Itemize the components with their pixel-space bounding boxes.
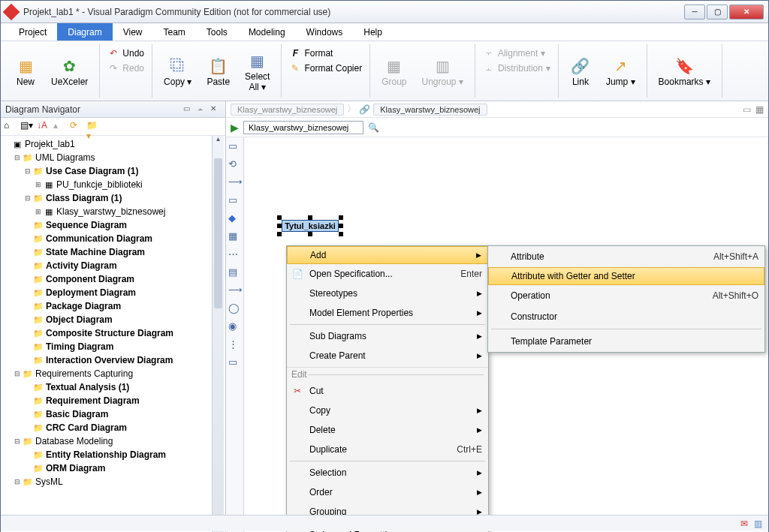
tree-db[interactable]: ⊟📁Database Modeling	[2, 434, 224, 448]
tree-statemachine[interactable]: 📁State Machine Diagram	[2, 245, 224, 259]
link-button[interactable]: 🔗Link	[565, 53, 596, 89]
menu-help[interactable]: Help	[353, 23, 393, 41]
nav-home-icon[interactable]: ⌂	[4, 120, 17, 134]
redo-button[interactable]: ↷Redo	[106, 61, 146, 76]
tool-11-icon[interactable]: ◉	[228, 320, 242, 334]
tool-4-icon[interactable]: ▭	[228, 194, 242, 208]
search-icon[interactable]: 🔍	[368, 122, 379, 133]
jump-button[interactable]: ↗Jump ▾	[601, 53, 641, 89]
menu-team[interactable]: Team	[153, 23, 196, 41]
tool-6-icon[interactable]: ▦	[228, 230, 242, 244]
format-button[interactable]: FFormat	[288, 46, 363, 61]
tree-sysml[interactable]: ⊟📁SysML	[2, 475, 224, 488]
distribution-button[interactable]: ⫠Distribution ▾	[481, 61, 552, 76]
layout-icon-2[interactable]: ▦	[755, 104, 764, 115]
tool-7-icon[interactable]: ⋯	[228, 248, 242, 262]
nav-refresh-icon[interactable]: ⟳	[70, 120, 83, 134]
menu-view[interactable]: View	[113, 23, 153, 41]
tree-req[interactable]: ⊟📁Requirements Capturing	[2, 367, 224, 380]
scroll-up-icon[interactable]: ▲	[213, 136, 224, 148]
uexceler-button[interactable]: ✿UeXceler	[46, 53, 93, 89]
uml-class-shape[interactable]: Tytul_ksiazki	[282, 220, 339, 232]
tree-composite[interactable]: 📁Composite Structure Diagram	[2, 326, 224, 340]
tree-pu[interactable]: ⊞▦PU_funkcje_biblioteki	[2, 178, 224, 191]
new-button[interactable]: ▦New	[10, 53, 41, 89]
copy-button[interactable]: ⿻Copy ▾	[158, 53, 197, 89]
tree-deployment[interactable]: 📁Deployment Diagram	[2, 286, 224, 299]
menu-tools[interactable]: Tools	[196, 23, 238, 41]
ctx-duplicate[interactable]: DuplicateCtrl+E	[287, 440, 488, 459]
tree-root[interactable]: ▣Projekt_lab1	[2, 137, 224, 151]
sub-constructor[interactable]: Constructor	[488, 306, 764, 327]
paste-button[interactable]: 📋Paste	[201, 53, 235, 89]
ctx-create-parent[interactable]: Create Parent▶	[287, 346, 488, 365]
tree-uml[interactable]: ⊟📁UML Diagrams	[2, 151, 224, 164]
tool-3-icon[interactable]: ⟶	[228, 176, 242, 190]
ctx-delete[interactable]: Delete▶	[287, 420, 488, 440]
sub-operation[interactable]: OperationAlt+Shift+O	[488, 285, 764, 306]
tree-textual[interactable]: 📁Textual Analysis (1)	[2, 380, 224, 394]
ctx-order[interactable]: Order▶	[287, 482, 488, 502]
nav-pin-icon[interactable]: ⫠	[197, 104, 207, 115]
tree-object[interactable]: 📁Object Diagram	[2, 313, 224, 326]
menu-windows[interactable]: Windows	[296, 23, 354, 41]
tool-9-icon[interactable]: ⟶	[228, 284, 242, 298]
tree-crc[interactable]: 📁CRC Card Diagram	[2, 421, 224, 434]
cursor-tool-icon[interactable]: ▭	[228, 140, 242, 154]
breadcrumb-item-current[interactable]: Klasy_warstwy_biznesowej	[373, 104, 487, 116]
tool-12-icon[interactable]: ⋮	[228, 338, 242, 352]
nav-new-icon[interactable]: ▤▾	[20, 120, 34, 134]
nav-sort-icon[interactable]: ↓A	[37, 120, 50, 134]
alignment-button[interactable]: ⫟Alignment ▾	[481, 46, 552, 61]
tree-activity[interactable]: 📁Activity Diagram	[2, 259, 224, 272]
ctx-sub-diagrams[interactable]: Sub Diagrams▶	[287, 326, 488, 346]
tree-basic[interactable]: 📁Basic Diagram	[2, 407, 224, 421]
menu-diagram[interactable]: Diagram	[57, 23, 112, 41]
status-note-icon[interactable]: ▥	[754, 518, 762, 529]
nav-up-icon[interactable]: ▴	[53, 120, 67, 134]
tree-sequence[interactable]: 📁Sequence Diagram	[2, 218, 224, 232]
sub-template[interactable]: Template Parameter	[488, 331, 764, 352]
tool-10-icon[interactable]: ◯	[228, 302, 242, 316]
tree-klasy[interactable]: ⊞▦Klasy_warstwy_biznesowej	[2, 205, 224, 218]
format-copier-button[interactable]: ✎Format Copier	[288, 61, 363, 76]
breadcrumb-item[interactable]: Klasy_warstwy_biznesowej	[231, 104, 344, 116]
minimize-button[interactable]: ─	[684, 5, 705, 20]
tool-5-icon[interactable]: ◆	[228, 212, 242, 226]
tree-component[interactable]: 📁Component Diagram	[2, 272, 224, 286]
menu-modeling[interactable]: Modeling	[238, 23, 296, 41]
ungroup-button[interactable]: ▥Ungroup ▾	[417, 53, 469, 89]
tree-package[interactable]: 📁Package Diagram	[2, 299, 224, 313]
status-mail-icon[interactable]: ✉	[740, 518, 748, 529]
ctx-open-spec[interactable]: 📄Open Specification...Enter	[287, 264, 488, 284]
ctx-model-props[interactable]: Model Element Properties▶	[287, 303, 488, 323]
maximize-button[interactable]: ▢	[707, 5, 728, 20]
tool-2-icon[interactable]: ⟲	[228, 158, 242, 172]
scroll-thumb[interactable]	[214, 158, 222, 308]
ctx-selection[interactable]: Selection▶	[287, 463, 488, 482]
tree-reqd[interactable]: 📁Requirement Diagram	[2, 394, 224, 407]
sub-attribute[interactable]: AttributeAlt+Shift+A	[488, 246, 764, 267]
tree-usecase[interactable]: ⊟📁Use Case Diagram (1)	[2, 164, 224, 178]
nav-close-icon[interactable]: ✕	[210, 104, 221, 115]
nav-restore-icon[interactable]: ▭	[183, 104, 194, 115]
ctx-add[interactable]: Add▶	[287, 246, 488, 264]
tree-communication[interactable]: 📁Communication Diagram	[2, 232, 224, 245]
diagram-name-input[interactable]	[243, 121, 363, 134]
bookmarks-button[interactable]: 🔖Bookmarks ▾	[653, 53, 716, 89]
group-button[interactable]: ▦Group	[376, 53, 412, 89]
tree-erd[interactable]: 📁Entity Relationship Diagram	[2, 448, 224, 461]
sub-attribute-gs[interactable]: Attribute with Getter and Setter	[488, 267, 764, 285]
navigator-scrollbar[interactable]: ▲ ▼	[212, 136, 224, 532]
ctx-stereotypes[interactable]: Stereotypes▶	[287, 284, 488, 303]
tree-orm[interactable]: 📁ORM Diagram	[2, 461, 224, 475]
tree-interaction[interactable]: 📁Interaction Overview Diagram	[2, 353, 224, 367]
tool-13-icon[interactable]: ▭	[228, 356, 242, 370]
tool-8-icon[interactable]: ▤	[228, 266, 242, 280]
ctx-copy[interactable]: Copy▶	[287, 401, 488, 420]
play-icon[interactable]: ▶	[231, 122, 239, 134]
undo-button[interactable]: ↶Undo	[106, 46, 146, 61]
tree-classd[interactable]: ⊟📁Class Diagram (1)	[2, 191, 224, 205]
tree-timing[interactable]: 📁Timing Diagram	[2, 340, 224, 353]
nav-folder-icon[interactable]: 📁▾	[86, 120, 100, 134]
